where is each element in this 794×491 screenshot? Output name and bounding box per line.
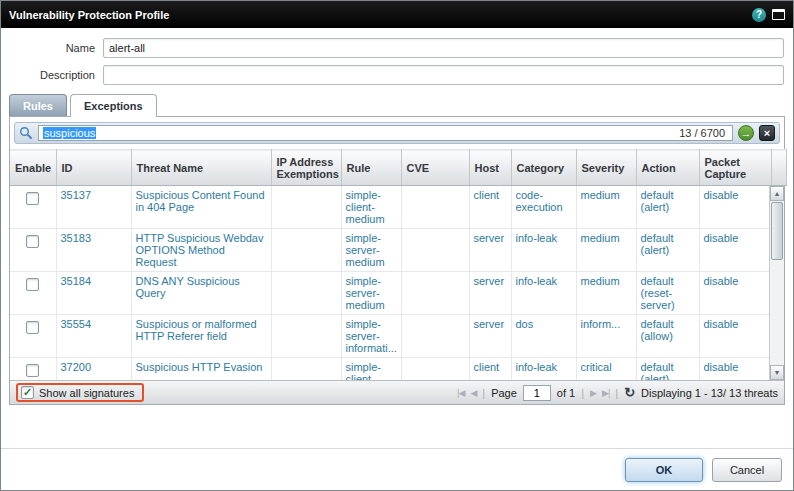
annotation-highlight-box: ✓ Show all signatures — [16, 383, 144, 402]
tab-strip: Rules Exceptions — [9, 94, 793, 116]
id-cell: 35183 — [56, 229, 131, 272]
host-cell: client — [469, 186, 511, 229]
column-header-filler — [771, 150, 786, 186]
window-restore-icon[interactable] — [772, 9, 785, 20]
action-cell[interactable]: default (alert) — [636, 358, 699, 381]
table-row: 37200 Suspicious HTTP Evasion simple-cli… — [10, 358, 771, 381]
category-cell: dos — [511, 315, 576, 358]
host-cell: server — [469, 229, 511, 272]
help-icon[interactable]: ? — [752, 8, 766, 22]
category-cell: code-execution — [511, 186, 576, 229]
rule-cell: simple-server-medium — [341, 272, 401, 315]
search-icon — [19, 126, 33, 140]
threat-name-link[interactable]: DNS ANY Suspicious Query — [131, 272, 271, 315]
cve-cell — [401, 272, 469, 315]
enable-checkbox[interactable] — [26, 192, 39, 205]
packet-capture-cell[interactable]: disable — [699, 186, 771, 229]
ip-exemptions-cell — [271, 315, 341, 358]
severity-cell: medium — [576, 272, 636, 315]
last-page-button[interactable]: ▶| — [602, 388, 609, 398]
scrollbar-thumb[interactable] — [771, 202, 783, 260]
enable-checkbox[interactable] — [26, 364, 39, 377]
tab-rules[interactable]: Rules — [9, 94, 67, 116]
search-selected-text: suspicious — [43, 127, 96, 139]
cancel-button[interactable]: Cancel — [712, 458, 782, 482]
search-clear-button[interactable]: × — [759, 125, 775, 141]
column-header-cve[interactable]: CVE — [401, 150, 469, 186]
category-cell: info-leak — [511, 272, 576, 315]
titlebar: Vulnerability Protection Profile ? — [1, 1, 793, 28]
scroll-down-button[interactable]: ▼ — [770, 365, 784, 380]
host-cell: client — [469, 358, 511, 381]
refresh-icon[interactable]: ↻ — [624, 386, 635, 399]
search-result-count: 13 / 6700 — [679, 127, 728, 139]
description-label: Description — [1, 69, 103, 81]
threats-table: 35137 Suspicious Content Found in 404 Pa… — [10, 186, 772, 380]
next-page-button[interactable]: ▶ — [590, 388, 596, 398]
tab-exceptions[interactable]: Exceptions — [70, 94, 157, 117]
enable-checkbox[interactable] — [26, 278, 39, 291]
dialog-title: Vulnerability Protection Profile — [9, 9, 169, 21]
ok-button[interactable]: OK — [625, 458, 703, 482]
column-header-id[interactable]: ID — [56, 150, 131, 186]
severity-cell: inform... — [576, 315, 636, 358]
cve-cell — [401, 358, 469, 381]
cve-cell — [401, 315, 469, 358]
column-header-ip-address-exemptions[interactable]: IP Address Exemptions — [271, 150, 341, 186]
column-header-packet-capture[interactable]: Packet Capture — [699, 150, 771, 186]
threat-name-link[interactable]: Suspicious HTTP Evasion — [131, 358, 271, 381]
ip-exemptions-cell — [271, 272, 341, 315]
action-cell[interactable]: default (reset-server) — [636, 272, 699, 315]
name-input[interactable] — [103, 38, 784, 58]
column-header-host[interactable]: Host — [469, 150, 511, 186]
table-row: 35183 HTTP Suspicious Webdav OPTIONS Met… — [10, 229, 771, 272]
column-header-threat-name[interactable]: Threat Name — [131, 150, 271, 186]
profile-form: Name Description — [1, 28, 793, 85]
action-cell[interactable]: default (alert) — [636, 229, 699, 272]
scroll-up-button[interactable]: ▲ — [770, 186, 784, 201]
packet-capture-cell[interactable]: disable — [699, 229, 771, 272]
cve-cell — [401, 229, 469, 272]
prev-page-button[interactable]: ◀ — [470, 388, 476, 398]
column-header-rule[interactable]: Rule — [341, 150, 401, 186]
pagination: |◀ ◀ | Page of 1 | ▶ ▶| | ↻ Displaying 1… — [457, 385, 778, 401]
category-cell: info-leak — [511, 358, 576, 381]
category-cell: info-leak — [511, 229, 576, 272]
page-input[interactable] — [523, 385, 551, 401]
description-input[interactable] — [103, 65, 784, 85]
enable-checkbox[interactable] — [26, 321, 39, 334]
packet-capture-cell[interactable]: disable — [699, 272, 771, 315]
column-header-action[interactable]: Action — [636, 150, 699, 186]
search-input[interactable]: suspicious 13 / 6700 — [38, 125, 733, 141]
threat-name-link[interactable]: HTTP Suspicious Webdav OPTIONS Method Re… — [131, 229, 271, 272]
table-row: 35137 Suspicious Content Found in 404 Pa… — [10, 186, 771, 229]
page-label: Page — [491, 387, 517, 399]
table-row: 35554 Suspicious or malformed HTTP Refer… — [10, 315, 771, 358]
ip-exemptions-cell — [271, 186, 341, 229]
threat-name-link[interactable]: Suspicious or malformed HTTP Referer fie… — [131, 315, 271, 358]
show-all-signatures-checkbox[interactable]: ✓ — [21, 386, 34, 399]
host-cell: server — [469, 315, 511, 358]
show-all-signatures-label: Show all signatures — [39, 387, 134, 399]
table-body-viewport: 35137 Suspicious Content Found in 404 Pa… — [10, 186, 784, 380]
action-cell[interactable]: default (allow) — [636, 315, 699, 358]
packet-capture-cell[interactable]: disable — [699, 315, 771, 358]
vertical-scrollbar[interactable]: ▲ ▼ — [769, 186, 784, 380]
first-page-button[interactable]: |◀ — [457, 388, 464, 398]
column-header-severity[interactable]: Severity — [576, 150, 636, 186]
ip-exemptions-cell — [271, 358, 341, 381]
column-header-category[interactable]: Category — [511, 150, 576, 186]
severity-cell: critical — [576, 358, 636, 381]
search-go-button[interactable]: → — [738, 125, 754, 141]
action-cell[interactable]: default (alert) — [636, 186, 699, 229]
dialog-button-bar: OK Cancel — [1, 448, 793, 490]
rule-cell: simple-server-informati... — [341, 315, 401, 358]
enable-checkbox[interactable] — [26, 235, 39, 248]
displaying-text: Displaying 1 - 13/ 13 threats — [641, 387, 778, 399]
packet-capture-cell[interactable]: disable — [699, 358, 771, 381]
threat-name-link[interactable]: Suspicious Content Found in 404 Page — [131, 186, 271, 229]
severity-cell: medium — [576, 229, 636, 272]
cve-cell — [401, 186, 469, 229]
ip-exemptions-cell — [271, 229, 341, 272]
column-header-enable[interactable]: Enable — [10, 150, 56, 186]
